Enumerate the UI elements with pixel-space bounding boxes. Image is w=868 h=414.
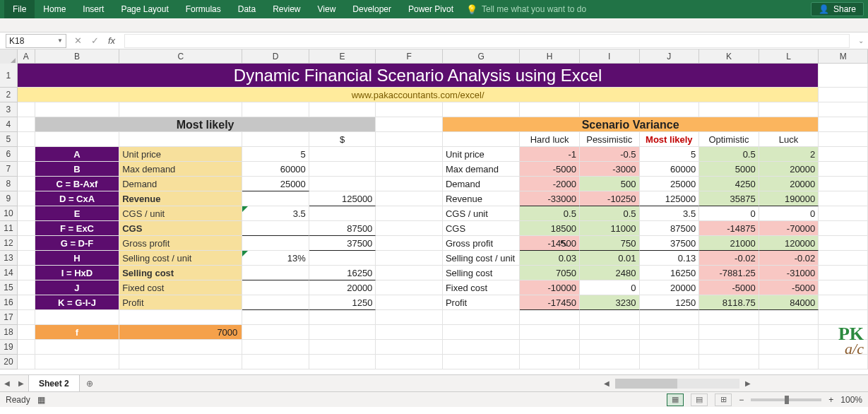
ribbon-tab-formulas[interactable]: Formulas bbox=[177, 0, 230, 18]
cell[interactable] bbox=[18, 266, 35, 280]
formula-code[interactable]: B bbox=[35, 162, 119, 177]
cell[interactable] bbox=[18, 221, 35, 236]
value-e[interactable]: 125000 bbox=[309, 191, 376, 206]
fx-icon[interactable]: fx bbox=[103, 35, 120, 46]
row-header[interactable]: 6 bbox=[0, 147, 18, 162]
cell[interactable] bbox=[119, 340, 242, 355]
variance-cell[interactable]: 750 bbox=[580, 236, 640, 251]
column-header[interactable]: E bbox=[309, 49, 376, 64]
value-d[interactable] bbox=[242, 236, 309, 251]
cell[interactable] bbox=[119, 102, 242, 117]
cell[interactable] bbox=[580, 325, 640, 340]
variance-cell[interactable]: 35875 bbox=[699, 191, 759, 206]
value-e[interactable]: 87500 bbox=[309, 221, 376, 236]
cell[interactable] bbox=[35, 132, 119, 147]
cell[interactable] bbox=[309, 102, 376, 117]
cell[interactable] bbox=[640, 355, 700, 369]
variance-cell[interactable]: -5000 bbox=[699, 280, 759, 295]
value-e[interactable]: 20000 bbox=[309, 280, 376, 295]
variance-cell[interactable]: -14875 bbox=[699, 221, 759, 236]
cell[interactable] bbox=[580, 355, 640, 369]
enter-formula-icon[interactable]: ✓ bbox=[86, 35, 103, 46]
scenario-label[interactable]: Demand bbox=[443, 177, 520, 191]
row-header[interactable]: 3 bbox=[0, 102, 18, 117]
cell[interactable] bbox=[18, 162, 35, 177]
row-header[interactable]: 10 bbox=[0, 206, 18, 221]
variance-cell[interactable]: -5000 bbox=[759, 280, 819, 295]
variance-cell[interactable]: -10000 bbox=[520, 280, 580, 295]
horizontal-scrollbar[interactable]: ◀ ▶ bbox=[600, 379, 868, 389]
cell[interactable] bbox=[376, 206, 443, 221]
variance-cell[interactable]: 0.01 bbox=[580, 251, 640, 266]
variance-cell[interactable]: 0 bbox=[580, 280, 640, 295]
cell[interactable] bbox=[309, 325, 376, 340]
value-e[interactable]: 1250 bbox=[309, 295, 376, 310]
row-header[interactable]: 13 bbox=[0, 251, 18, 266]
variance-cell[interactable]: 7050 bbox=[520, 266, 580, 280]
cell[interactable] bbox=[520, 310, 580, 325]
share-button[interactable]: 👤 Share bbox=[811, 2, 864, 16]
column-header[interactable]: A bbox=[18, 49, 35, 64]
value-e[interactable] bbox=[309, 147, 376, 162]
cell[interactable] bbox=[443, 132, 520, 147]
cell[interactable] bbox=[443, 355, 520, 369]
macro-recorder-icon[interactable]: ▦ bbox=[37, 395, 45, 405]
cell[interactable] bbox=[376, 117, 443, 132]
cell[interactable] bbox=[699, 355, 759, 369]
metric-label[interactable]: Max demand bbox=[119, 162, 242, 177]
scenario-col-header[interactable]: Most likely bbox=[640, 132, 700, 147]
cell[interactable] bbox=[376, 191, 443, 206]
formula-code[interactable]: F = ExC bbox=[35, 221, 119, 236]
cell[interactable] bbox=[376, 295, 443, 310]
cell[interactable] bbox=[759, 340, 819, 355]
row-header[interactable]: 7 bbox=[0, 162, 18, 177]
variance-cell[interactable]: 16250 bbox=[640, 266, 700, 280]
cell[interactable] bbox=[520, 355, 580, 369]
cell[interactable] bbox=[18, 191, 35, 206]
value-d[interactable]: 3.5 bbox=[242, 206, 309, 221]
cell[interactable] bbox=[819, 295, 868, 310]
cell[interactable] bbox=[376, 147, 443, 162]
f-label[interactable]: f bbox=[35, 325, 119, 340]
value-d[interactable] bbox=[242, 280, 309, 295]
ribbon-tab-view[interactable]: View bbox=[309, 0, 345, 18]
cell[interactable] bbox=[699, 102, 759, 117]
row-header[interactable]: 15 bbox=[0, 280, 18, 295]
metric-label[interactable]: Profit bbox=[119, 295, 242, 310]
variance-cell[interactable]: -0.5 bbox=[580, 147, 640, 162]
variance-cell[interactable]: 0 bbox=[759, 206, 819, 221]
value-d[interactable] bbox=[242, 191, 309, 206]
view-page-break-button[interactable]: ⊞ bbox=[715, 394, 732, 406]
cell[interactable] bbox=[242, 340, 309, 355]
row-header[interactable]: 18 bbox=[0, 325, 18, 340]
ribbon-tab-developer[interactable]: Developer bbox=[344, 0, 400, 18]
cell[interactable] bbox=[819, 191, 868, 206]
cell[interactable] bbox=[35, 102, 119, 117]
cell[interactable] bbox=[18, 206, 35, 221]
scenario-label[interactable]: Unit price bbox=[443, 147, 520, 162]
formula-code[interactable]: H bbox=[35, 251, 119, 266]
row-header[interactable]: 2 bbox=[0, 88, 18, 102]
row-header[interactable]: 14 bbox=[0, 266, 18, 280]
cell[interactable] bbox=[819, 88, 868, 102]
value-d[interactable] bbox=[242, 295, 309, 310]
scenario-label[interactable]: Selling cost / unit bbox=[443, 251, 520, 266]
cell[interactable] bbox=[376, 221, 443, 236]
scenario-col-header[interactable]: Hard luck bbox=[520, 132, 580, 147]
variance-cell[interactable]: -14500 bbox=[520, 236, 580, 251]
cell[interactable] bbox=[819, 102, 868, 117]
value-e[interactable] bbox=[309, 177, 376, 191]
variance-cell[interactable]: 190000 bbox=[759, 191, 819, 206]
value-d[interactable] bbox=[242, 221, 309, 236]
header-scenario-variance[interactable]: Scenario Variance bbox=[443, 117, 819, 132]
metric-label[interactable]: Demand bbox=[119, 177, 242, 191]
view-page-layout-button[interactable]: ▤ bbox=[691, 394, 708, 406]
column-header[interactable]: H bbox=[520, 49, 580, 64]
cell[interactable] bbox=[640, 310, 700, 325]
zoom-slider[interactable] bbox=[751, 398, 821, 401]
add-sheet-button[interactable]: ⊕ bbox=[80, 379, 100, 389]
cell[interactable] bbox=[18, 117, 35, 132]
cell[interactable] bbox=[699, 340, 759, 355]
column-header[interactable]: B bbox=[35, 49, 119, 64]
cell[interactable] bbox=[18, 132, 35, 147]
